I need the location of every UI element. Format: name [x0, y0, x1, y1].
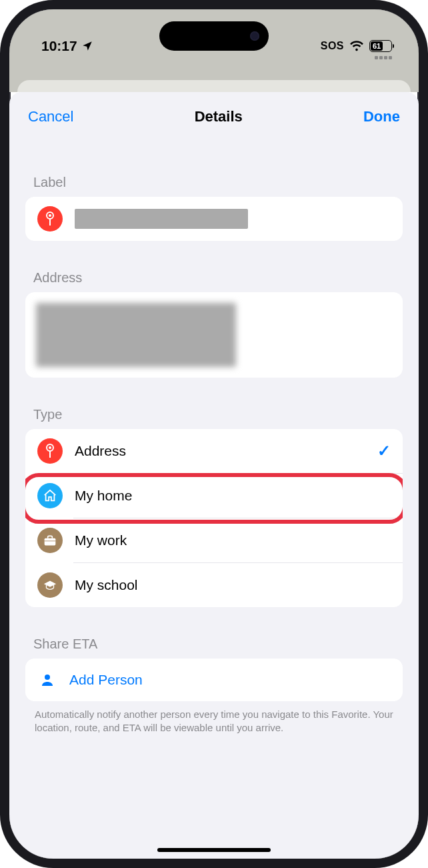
- label-row[interactable]: [25, 197, 403, 241]
- sos-indicator: SOS: [321, 40, 344, 52]
- svg-point-4: [49, 446, 51, 449]
- add-person-label: Add Person: [69, 672, 143, 688]
- type-label: My home: [75, 488, 391, 504]
- address-card[interactable]: [25, 292, 403, 378]
- done-button[interactable]: Done: [363, 108, 400, 125]
- battery-icon: 61: [369, 40, 392, 52]
- pin-icon: [37, 438, 63, 464]
- briefcase-icon: [37, 528, 63, 553]
- graduation-cap-icon: [37, 572, 63, 598]
- iphone-frame: 10:17 SOS 61 Cancel Details Done Label: [0, 0, 428, 868]
- section-header-label: Label: [25, 135, 403, 197]
- location-arrow-icon: [81, 40, 93, 52]
- type-card: Address ✓ My home My work: [25, 429, 403, 607]
- pin-icon: [37, 206, 63, 232]
- dynamic-island: [159, 21, 269, 51]
- redacted-address-text: [36, 303, 236, 367]
- camera-icon: [250, 31, 259, 41]
- add-person-row[interactable]: Add Person: [25, 659, 403, 701]
- share-eta-footnote: Automatically notify another person ever…: [25, 701, 403, 735]
- nav-bar: Cancel Details Done: [9, 92, 419, 135]
- status-time: 10:17: [41, 38, 77, 54]
- label-card: [25, 197, 403, 241]
- type-row-home[interactable]: My home: [25, 474, 403, 518]
- type-row-school[interactable]: My school: [25, 563, 403, 607]
- section-header-address: Address: [25, 241, 403, 292]
- svg-point-1: [49, 214, 51, 217]
- svg-point-8: [45, 675, 50, 680]
- details-sheet: Cancel Details Done Label Address Type: [9, 92, 419, 859]
- nav-title: Details: [195, 108, 243, 125]
- checkmark-icon: ✓: [377, 442, 391, 460]
- wifi-icon: [349, 40, 364, 52]
- svg-rect-6: [45, 538, 56, 546]
- sheet-backdrop: [9, 69, 419, 92]
- sheet-content: Label Address Type Addr: [9, 135, 419, 735]
- type-row-address[interactable]: Address ✓: [25, 429, 403, 473]
- type-label: My school: [75, 577, 391, 593]
- type-label: My work: [75, 532, 391, 548]
- cancel-button[interactable]: Cancel: [28, 108, 73, 125]
- person-icon: [37, 670, 57, 690]
- redacted-label-text: [75, 209, 248, 229]
- home-indicator[interactable]: [157, 848, 271, 852]
- section-header-share: Share ETA: [25, 607, 403, 659]
- section-header-type: Type: [25, 378, 403, 429]
- control-dots-icon: [375, 56, 392, 59]
- type-row-work[interactable]: My work: [25, 518, 403, 562]
- type-label: Address: [75, 443, 365, 459]
- share-eta-card: Add Person: [25, 659, 403, 701]
- home-icon: [37, 483, 63, 508]
